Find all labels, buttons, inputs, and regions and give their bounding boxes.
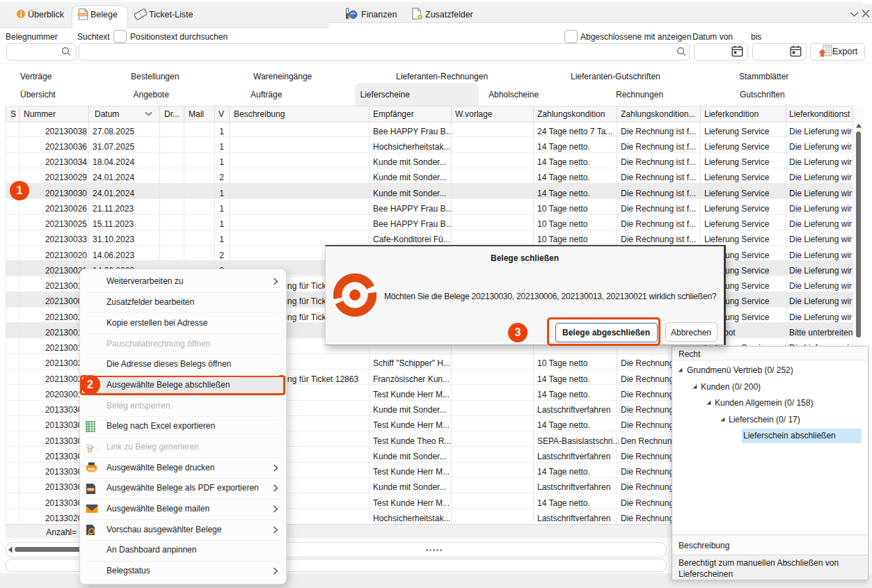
svg-text:...: ...: [94, 445, 98, 451]
svg-text:PDF: PDF: [88, 488, 94, 491]
